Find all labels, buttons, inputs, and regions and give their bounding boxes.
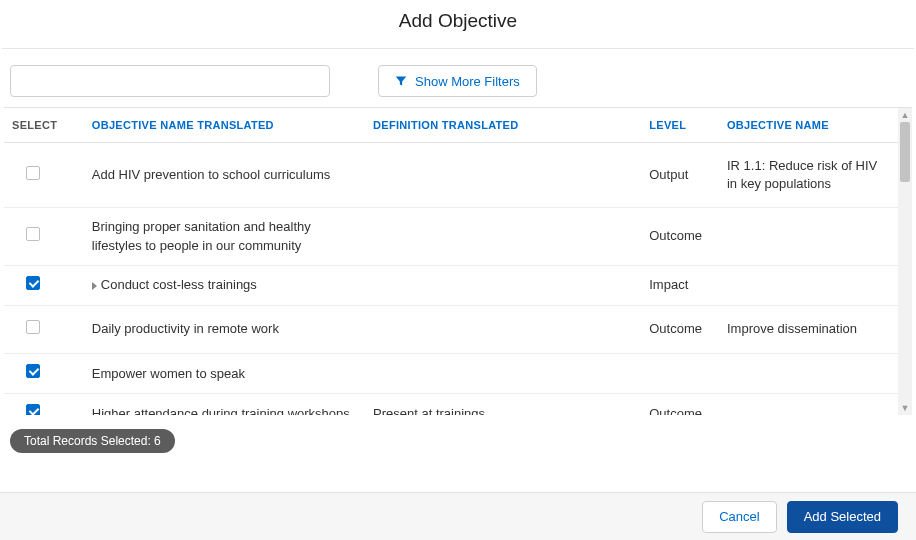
- definition-translated: [365, 305, 641, 353]
- col-objective-name[interactable]: OBJECTIVE NAME: [719, 108, 898, 143]
- chevron-right-icon[interactable]: [92, 282, 97, 290]
- objective-name-translated: Bringing proper sanitation and healthy l…: [92, 219, 311, 252]
- level: Outcome: [641, 394, 719, 415]
- objective-name: [719, 394, 898, 415]
- summary-row: Total Records Selected: 6: [0, 415, 916, 461]
- table-scroll-area: SELECT OBJECTIVE NAME TRANSLATED DEFINIT…: [4, 108, 898, 415]
- show-more-filters-button[interactable]: Show More Filters: [378, 65, 537, 97]
- col-level[interactable]: LEVEL: [641, 108, 719, 143]
- vertical-scrollbar[interactable]: ▲ ▼: [898, 108, 912, 415]
- row-checkbox[interactable]: [26, 364, 40, 378]
- definition-translated: [365, 265, 641, 305]
- scroll-down-arrow-icon[interactable]: ▼: [898, 401, 912, 415]
- table-container: SELECT OBJECTIVE NAME TRANSLATED DEFINIT…: [4, 107, 912, 415]
- toolbar: Show More Filters: [0, 49, 916, 107]
- objective-name-translated: Daily productivity in remote work: [92, 321, 279, 336]
- modal-footer: Cancel Add Selected: [0, 492, 916, 540]
- level: Output: [641, 143, 719, 208]
- definition-translated: [365, 208, 641, 265]
- row-checkbox[interactable]: [26, 276, 40, 290]
- table-row: Empower women to speak: [4, 354, 898, 394]
- table-row: Bringing proper sanitation and healthy l…: [4, 208, 898, 265]
- table-row: Conduct cost-less trainingsImpact: [4, 265, 898, 305]
- row-checkbox[interactable]: [26, 404, 40, 415]
- filter-icon: [395, 75, 407, 87]
- col-objective-name-translated[interactable]: OBJECTIVE NAME TRANSLATED: [84, 108, 365, 143]
- definition-translated: [365, 143, 641, 208]
- row-checkbox[interactable]: [26, 227, 40, 241]
- objective-name-translated: Empower women to speak: [92, 366, 245, 381]
- objectives-table: SELECT OBJECTIVE NAME TRANSLATED DEFINIT…: [4, 108, 898, 415]
- row-checkbox[interactable]: [26, 320, 40, 334]
- col-select[interactable]: SELECT: [4, 108, 84, 143]
- definition-translated: [365, 354, 641, 394]
- level: Impact: [641, 265, 719, 305]
- objective-name: IR 1.1: Reduce risk of HIV in key popula…: [719, 143, 898, 208]
- total-selected-pill: Total Records Selected: 6: [10, 429, 175, 453]
- objective-name-translated: Higher attendance during training worksh…: [92, 406, 350, 415]
- modal-title: Add Objective: [2, 0, 914, 49]
- objective-name-translated: Add HIV prevention to school curriculums: [92, 167, 330, 182]
- objective-name: Improve dissemination: [719, 305, 898, 353]
- table-row: Add HIV prevention to school curriculums…: [4, 143, 898, 208]
- total-selected-label: Total Records Selected:: [24, 434, 154, 448]
- show-more-filters-label: Show More Filters: [415, 74, 520, 89]
- row-checkbox[interactable]: [26, 166, 40, 180]
- col-definition-translated[interactable]: DEFINITION TRANSLATED: [365, 108, 641, 143]
- add-selected-button[interactable]: Add Selected: [787, 501, 898, 533]
- scroll-up-arrow-icon[interactable]: ▲: [898, 108, 912, 122]
- scrollbar-thumb[interactable]: [900, 122, 910, 182]
- objective-name: [719, 354, 898, 394]
- objective-name-translated: Conduct cost-less trainings: [101, 277, 257, 292]
- cancel-button[interactable]: Cancel: [702, 501, 776, 533]
- level: Outcome: [641, 208, 719, 265]
- definition-translated: Present at trainings: [365, 394, 641, 415]
- search-input[interactable]: [10, 65, 330, 97]
- objective-name: [719, 265, 898, 305]
- total-selected-count: 6: [154, 434, 161, 448]
- level: [641, 354, 719, 394]
- table-row: Daily productivity in remote workOutcome…: [4, 305, 898, 353]
- level: Outcome: [641, 305, 719, 353]
- table-row: Higher attendance during training worksh…: [4, 394, 898, 415]
- objective-name: [719, 208, 898, 265]
